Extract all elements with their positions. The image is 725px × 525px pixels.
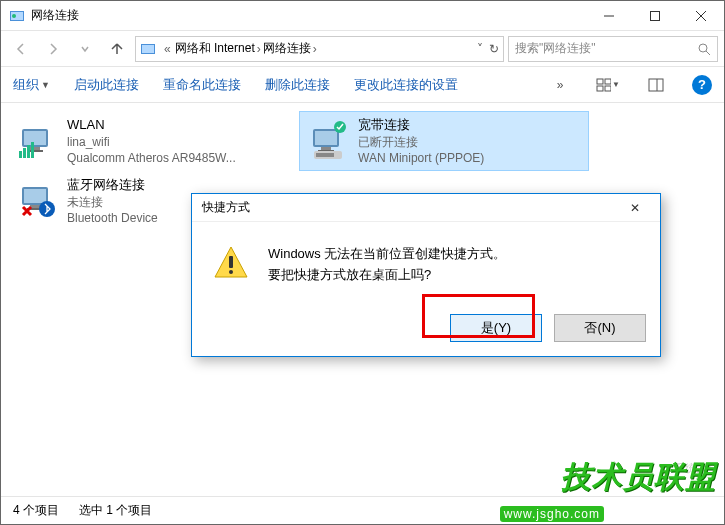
svg-rect-33 [24, 189, 46, 203]
recent-dropdown[interactable] [71, 35, 99, 63]
dialog-message: Windows 无法在当前位置创建快捷方式。 要把快捷方式放在桌面上吗? [268, 244, 506, 286]
rename-connection-button[interactable]: 重命名此连接 [163, 76, 241, 94]
preview-pane-button[interactable] [644, 73, 668, 97]
breadcrumb-1[interactable]: 网络和 Internet [175, 40, 255, 57]
svg-rect-27 [321, 147, 331, 150]
search-icon [697, 42, 711, 56]
breadcrumb-2[interactable]: 网络连接 [263, 40, 311, 57]
status-bar: 4 个项目 选中 1 个项目 [1, 496, 724, 524]
svg-rect-4 [651, 12, 660, 21]
minimize-button[interactable] [586, 1, 632, 31]
chevron-right-icon: › [257, 42, 261, 56]
svg-rect-8 [142, 45, 154, 53]
svg-rect-23 [27, 145, 30, 158]
refresh-button[interactable]: ↻ [489, 42, 499, 56]
more-button[interactable]: » [548, 73, 572, 97]
dialog-close-button[interactable]: ✕ [620, 201, 650, 215]
svg-rect-24 [31, 142, 34, 158]
svg-point-38 [229, 270, 233, 274]
svg-rect-18 [24, 131, 46, 145]
svg-rect-12 [605, 79, 611, 84]
svg-line-10 [706, 51, 710, 55]
address-dropdown[interactable]: ˅ [477, 42, 483, 56]
connection-status: 未连接 [67, 194, 158, 210]
location-icon [140, 41, 156, 57]
svg-rect-21 [19, 151, 22, 158]
connection-name: 宽带连接 [358, 116, 484, 134]
svg-point-9 [699, 44, 707, 52]
connection-name: WLAN [67, 116, 236, 134]
dialog-line1: Windows 无法在当前位置创建快捷方式。 [268, 244, 506, 265]
warning-icon [212, 244, 250, 282]
dialog-line2: 要把快捷方式放在桌面上吗? [268, 265, 506, 286]
shortcut-dialog: 快捷方式 ✕ Windows 无法在当前位置创建快捷方式。 要把快捷方式放在桌面… [191, 193, 661, 357]
svg-rect-30 [316, 153, 334, 157]
connection-broadband[interactable]: 宽带连接 已断开连接 WAN Miniport (PPPOE) [299, 111, 589, 171]
connection-device: Qualcomm Atheros AR9485W... [67, 150, 236, 166]
view-dropdown[interactable]: ▼ [596, 73, 620, 97]
svg-rect-26 [315, 131, 337, 145]
title-bar: 网络连接 [1, 1, 724, 31]
broadband-icon [308, 121, 348, 161]
window-buttons [586, 1, 724, 30]
organize-menu[interactable]: 组织▼ [13, 76, 50, 94]
change-settings-button[interactable]: 更改此连接的设置 [354, 76, 458, 94]
back-button[interactable] [7, 35, 35, 63]
connection-status: 已断开连接 [358, 134, 484, 150]
up-button[interactable] [103, 35, 131, 63]
close-button[interactable] [678, 1, 724, 31]
watermark-url: www.jsgho.com [500, 506, 604, 522]
address-bar[interactable]: « 网络和 Internet › 网络连接 › ˅ ↻ [135, 36, 504, 62]
connection-device: Bluetooth Device [67, 210, 158, 226]
wlan-icon [17, 121, 57, 161]
svg-rect-13 [597, 86, 603, 91]
yes-button[interactable]: 是(Y) [450, 314, 542, 342]
svg-rect-11 [597, 79, 603, 84]
window-title: 网络连接 [31, 7, 586, 24]
forward-button[interactable] [39, 35, 67, 63]
search-placeholder: 搜索"网络连接" [515, 40, 697, 57]
window-icon [9, 8, 25, 24]
svg-point-2 [12, 14, 16, 18]
connection-status: lina_wifi [67, 134, 236, 150]
connection-device: WAN Miniport (PPPOE) [358, 150, 484, 166]
svg-rect-15 [649, 79, 663, 91]
svg-rect-37 [229, 256, 233, 268]
no-button[interactable]: 否(N) [554, 314, 646, 342]
nav-row: « 网络和 Internet › 网络连接 › ˅ ↻ 搜索"网络连接" [1, 31, 724, 67]
maximize-button[interactable] [632, 1, 678, 31]
watermark-main: 技术员联盟 [561, 457, 716, 498]
svg-rect-22 [23, 148, 26, 158]
start-connection-button[interactable]: 启动此连接 [74, 76, 139, 94]
search-input[interactable]: 搜索"网络连接" [508, 36, 718, 62]
svg-rect-14 [605, 86, 611, 91]
breadcrumb-prefix: « [164, 42, 171, 56]
chevron-right-icon: › [313, 42, 317, 56]
help-button[interactable]: ? [692, 75, 712, 95]
dialog-title: 快捷方式 [202, 199, 250, 216]
delete-connection-button[interactable]: 删除此连接 [265, 76, 330, 94]
selected-count: 选中 1 个项目 [79, 502, 152, 519]
connection-wlan[interactable]: WLAN lina_wifi Qualcomm Atheros AR9485W.… [9, 111, 299, 171]
item-count: 4 个项目 [13, 502, 59, 519]
connection-name: 蓝牙网络连接 [67, 176, 158, 194]
command-bar: 组织▼ 启动此连接 重命名此连接 删除此连接 更改此连接的设置 » ▼ ? [1, 67, 724, 103]
bluetooth-icon [17, 181, 57, 221]
dialog-titlebar: 快捷方式 ✕ [192, 194, 660, 222]
